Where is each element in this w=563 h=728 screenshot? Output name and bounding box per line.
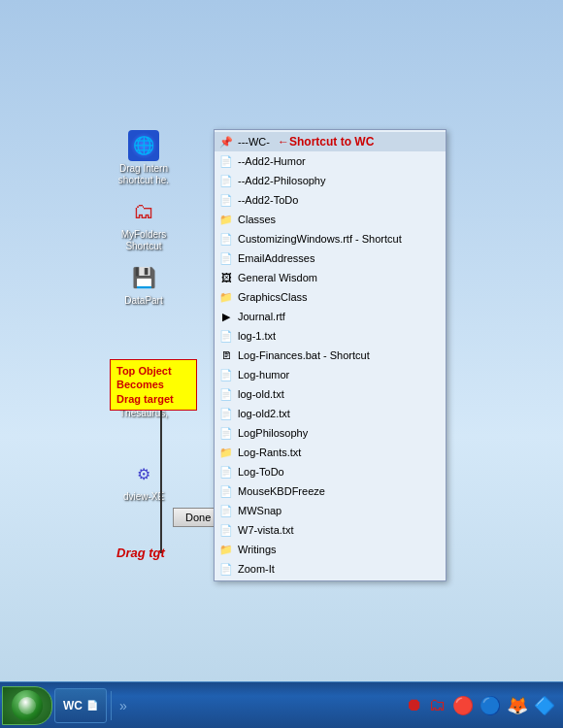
wc-icon: 📌: [218, 134, 234, 149]
menu-text-22: Zoom-It: [238, 563, 275, 575]
menu-text-11: Log-Finances.bat - Shortcut: [238, 349, 370, 361]
context-menu: 📌 ---WC- ←Shortcut to WC 📄 --Add2-Humor …: [214, 129, 447, 581]
top-object-line1: Top Object: [116, 365, 172, 377]
datapart-icon-label: DataPart: [124, 295, 162, 307]
menu-icon-10: 📄: [218, 328, 234, 344]
ie-icon-image: 🌐: [128, 130, 159, 161]
menu-item-18[interactable]: 📄 MouseKBDFreeze: [215, 481, 446, 501]
menu-text-1: --Add2-Humor: [238, 155, 306, 167]
menu-item-3[interactable]: 📄 --Add2-ToDo: [215, 190, 446, 210]
desktop-icons-sidebar: 🌐 Drag Internshortcut he. 🗂 MyFoldersSho…: [105, 126, 187, 507]
dview-icon-image: ⚙: [128, 458, 159, 489]
myfolders-icon-label: MyFoldersShortcut: [121, 229, 167, 252]
menu-item-15[interactable]: 📄 LogPhilosophy: [215, 423, 446, 443]
datapart-icon[interactable]: 💾 DataPart: [105, 258, 182, 311]
menu-item-6[interactable]: 📄 EmailAddresses: [215, 248, 446, 268]
menu-item-14[interactable]: 📄 log-old2.txt: [215, 404, 446, 423]
taskbar-arrows[interactable]: »: [116, 698, 131, 713]
taskbar-wc-label: WC: [63, 699, 83, 712]
menu-icon-4: 📁: [218, 212, 234, 227]
taskbar-firefox-icon[interactable]: 🦊: [507, 695, 528, 716]
menu-text-7: General Wisdom: [238, 272, 317, 283]
menu-text-14: log-old2.txt: [238, 408, 290, 419]
taskbar-app-icon[interactable]: 🔷: [534, 695, 555, 716]
menu-text-21: Writings: [238, 544, 277, 555]
menu-text-6: EmailAddresses: [238, 252, 315, 264]
taskbar-items: WC 📄 »: [52, 682, 398, 728]
menu-item-11[interactable]: 🖹 Log-Finances.bat - Shortcut: [215, 346, 446, 365]
taskbar-myfolders-icon[interactable]: 🗂: [429, 695, 447, 715]
wc-shortcut-label: ←Shortcut to WC: [278, 135, 374, 149]
menu-item-1[interactable]: 📄 --Add2-Humor: [215, 151, 446, 171]
menu-text-2: --Add2-Philosophy: [238, 175, 326, 186]
menu-text-19: MWSnap: [238, 505, 282, 516]
menu-item-21[interactable]: 📁 Writings: [215, 540, 446, 559]
ie-shortcut-icon[interactable]: 🌐 Drag Internshortcut he.: [105, 126, 182, 190]
taskbar-record-icon[interactable]: 🔴: [452, 695, 474, 716]
menu-icon-3: 📄: [218, 192, 234, 208]
menu-item-wc[interactable]: 📌 ---WC- ←Shortcut to WC: [215, 132, 446, 151]
taskbar-media-icon[interactable]: 🔵: [480, 695, 501, 716]
ie-icon-label: Drag Internshortcut he.: [118, 163, 169, 186]
drag-target-label: Drag tgt: [116, 546, 165, 560]
taskbar-media1-icon[interactable]: ⏺: [406, 695, 423, 715]
menu-icon-6: 📄: [218, 250, 234, 266]
start-button[interactable]: [2, 686, 52, 725]
menu-icon-17: 📄: [218, 464, 234, 480]
menu-item-12[interactable]: 📄 Log-humor: [215, 365, 446, 384]
menu-item-7[interactable]: 🖾 General Wisdom: [215, 268, 446, 287]
menu-icon-22: 📄: [218, 561, 234, 577]
menu-text-13: log-old.txt: [238, 388, 284, 400]
menu-text-17: Log-ToDo: [238, 466, 284, 478]
menu-item-10[interactable]: 📄 log-1.txt: [215, 326, 446, 346]
top-object-line2: Becomes: [116, 379, 164, 390]
menu-item-13[interactable]: 📄 log-old.txt: [215, 384, 446, 404]
start-orb-inner: [18, 697, 36, 714]
menu-text-16: Log-Rants.txt: [238, 447, 301, 458]
menu-text-3: --Add2-ToDo: [238, 194, 298, 206]
myfolders-icon-image: 🗂: [128, 196, 159, 227]
menu-item-8[interactable]: 📁 GraphicsClass: [215, 287, 446, 307]
datapart-icon-image: 💾: [128, 262, 159, 293]
menu-text-5: CustomizingWindows.rtf - Shortcut: [238, 233, 402, 245]
menu-icon-13: 📄: [218, 386, 234, 402]
menu-text-20: W7-vista.txt: [238, 524, 293, 536]
menu-icon-8: 📁: [218, 289, 234, 305]
top-object-box: Top Object Becomes Drag target: [110, 359, 197, 411]
menu-icon-18: 📄: [218, 483, 234, 499]
menu-icon-5: 📄: [218, 231, 234, 247]
menu-item-22[interactable]: 📄 Zoom-It: [215, 559, 446, 579]
top-object-line3: Drag target: [116, 393, 174, 405]
menu-text-18: MouseKBDFreeze: [238, 485, 325, 497]
menu-item-4[interactable]: 📁 Classes: [215, 210, 446, 229]
menu-icon-20: 📄: [218, 522, 234, 538]
menu-text-9: Journal.rtf: [238, 311, 285, 322]
menu-icon-7: 🖾: [218, 270, 234, 285]
menu-icon-14: 📄: [218, 406, 234, 421]
wc-text: ---WC-: [238, 136, 270, 148]
menu-text-4: Classes: [238, 214, 276, 225]
menu-text-8: GraphicsClass: [238, 291, 308, 303]
menu-item-17[interactable]: 📄 Log-ToDo: [215, 462, 446, 481]
menu-item-2[interactable]: 📄 --Add2-Philosophy: [215, 171, 446, 190]
taskbar: WC 📄 » ⏺ 🗂 🔴 🔵 🦊 🔷: [0, 681, 563, 728]
start-orb: [12, 690, 43, 721]
taskbar-separator: [111, 691, 112, 720]
myfolders-icon[interactable]: 🗂 MyFoldersShortcut: [105, 192, 182, 256]
taskbar-tray-icons: ⏺ 🗂 🔴 🔵 🦊 🔷: [398, 695, 563, 716]
menu-item-19[interactable]: 📄 MWSnap: [215, 501, 446, 520]
menu-item-9[interactable]: ▶ Journal.rtf: [215, 307, 446, 326]
menu-icon-12: 📄: [218, 367, 234, 382]
menu-icon-9: ▶: [218, 309, 234, 324]
desktop: 🌐 Drag Internshortcut he. 🗂 MyFoldersSho…: [0, 0, 563, 728]
taskbar-wc-item[interactable]: WC 📄: [54, 688, 107, 723]
menu-icon-11: 🖹: [218, 347, 234, 363]
menu-text-10: log-1.txt: [238, 330, 276, 342]
dview-icon[interactable]: ⚙ dview-XE: [105, 454, 182, 507]
menu-item-16[interactable]: 📁 Log-Rants.txt: [215, 443, 446, 462]
menu-item-5[interactable]: 📄 CustomizingWindows.rtf - Shortcut: [215, 229, 446, 248]
menu-text-15: LogPhilosophy: [238, 427, 308, 439]
menu-text-12: Log-humor: [238, 369, 289, 381]
menu-item-20[interactable]: 📄 W7-vista.txt: [215, 520, 446, 540]
menu-icon-21: 📁: [218, 542, 234, 557]
